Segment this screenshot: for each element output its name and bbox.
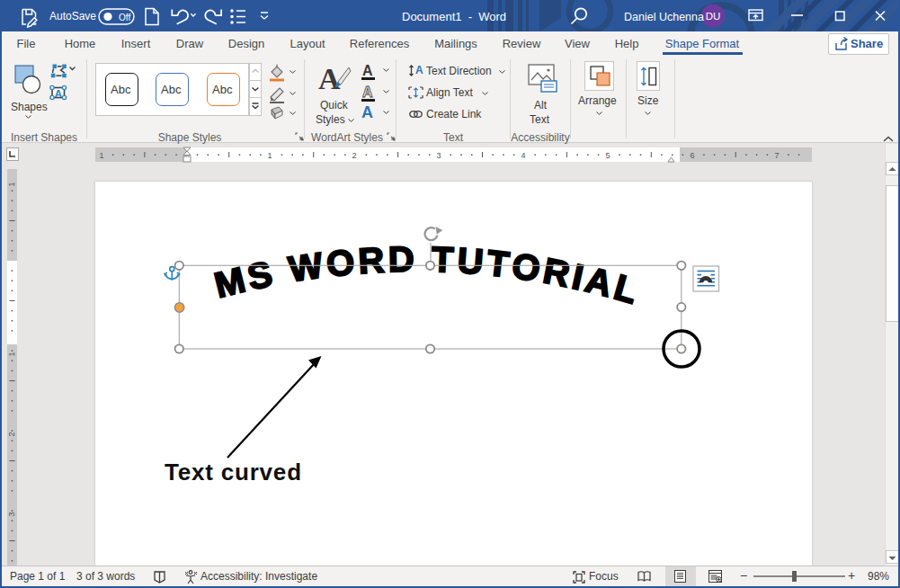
svg-text:Off: Off: [119, 13, 130, 22]
svg-text:A: A: [415, 64, 423, 76]
svg-text:MS WORD TUTORIAL: MS WORD TUTORIAL: [210, 239, 645, 312]
svg-text:A: A: [55, 88, 62, 99]
svg-text:3: 3: [7, 512, 16, 516]
svg-text:2: 2: [352, 151, 356, 160]
svg-text:1: 1: [99, 151, 103, 160]
svg-text:A: A: [318, 62, 341, 95]
svg-text:DU: DU: [706, 11, 721, 22]
svg-text:4: 4: [521, 151, 525, 160]
svg-text:A: A: [361, 103, 373, 119]
svg-text:5: 5: [605, 151, 610, 160]
svg-text:6: 6: [690, 151, 694, 160]
svg-text:1: 1: [267, 151, 272, 160]
svg-text:1: 1: [7, 182, 16, 186]
svg-text:7: 7: [774, 151, 779, 160]
svg-text:A: A: [362, 63, 373, 78]
svg-text:A: A: [362, 85, 373, 100]
svg-text:Text curved: Text curved: [165, 459, 302, 486]
svg-text:3: 3: [436, 151, 441, 160]
svg-text:1: 1: [7, 352, 16, 356]
svg-text:2: 2: [7, 432, 16, 436]
